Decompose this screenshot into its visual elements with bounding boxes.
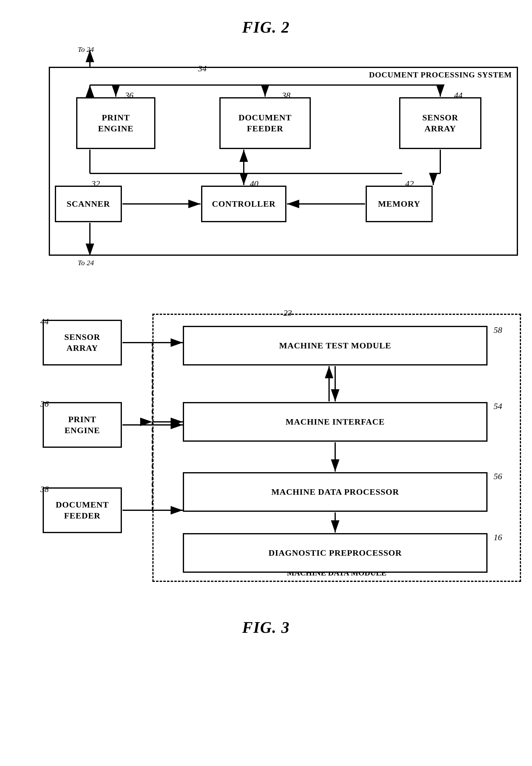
fig2-area: To 24 DOCUMENT PROCESSING SYSTEM 34 PRIN… <box>24 45 508 295</box>
ref-42: 42 <box>405 179 414 189</box>
sensor-array-3-label: SENSORARRAY <box>64 331 100 354</box>
controller-box: CONTROLLER <box>201 186 286 222</box>
machine-data-processor-text: MACHINE DATA PROCESSOR <box>271 487 399 498</box>
ref3-16: 16 <box>494 533 502 542</box>
sensor-array-box: SENSORARRAY <box>399 97 481 149</box>
machine-interface-box: MACHINE INTERFACE <box>183 402 488 442</box>
to24-bottom-label: To 24 <box>78 259 94 267</box>
ref3-44: 44 <box>40 317 49 326</box>
ref3-38: 38 <box>40 484 49 494</box>
ref-36: 36 <box>125 90 133 100</box>
machine-interface-text: MACHINE INTERFACE <box>286 417 385 427</box>
diagnostic-preprocessor-text: DIAGNOSTIC PREPROCESSOR <box>268 548 402 559</box>
document-feeder-3-label: DOCUMENTFEEDER <box>56 499 109 522</box>
machine-test-module-box: MACHINE TEST MODULE <box>183 326 488 365</box>
system-label: DOCUMENT PROCESSING SYSTEM <box>369 70 512 80</box>
ref-32: 32 <box>91 179 100 189</box>
print-engine-3-label: PRINTENGINE <box>65 414 100 436</box>
scanner-label: SCANNER <box>67 198 110 209</box>
print-engine-box: PRINTENGINE <box>76 97 155 149</box>
sensor-array-label: SENSORARRAY <box>422 112 458 134</box>
memory-label: MEMORY <box>378 198 420 209</box>
ref-34: 34 <box>198 64 207 73</box>
fig2-title: FIG. 2 <box>24 18 508 36</box>
ref-38: 38 <box>282 90 290 100</box>
sensor-array-3-box: SENSORARRAY <box>43 320 122 365</box>
fig3-title: FIG. 3 <box>24 619 508 637</box>
ref3-54: 54 <box>494 402 502 411</box>
ref3-58: 58 <box>494 325 502 335</box>
page: FIG. 2 To 24 DOCUMENT PROCESSING SYSTEM … <box>0 0 532 766</box>
document-feeder-label: DOCUMENTFEEDER <box>239 112 292 134</box>
ref3-36: 36 <box>40 399 49 409</box>
controller-label: CONTROLLER <box>212 198 275 209</box>
machine-data-processor-box: MACHINE DATA PROCESSOR <box>183 472 488 512</box>
machine-test-module-text: MACHINE TEST MODULE <box>279 340 391 351</box>
diagnostic-preprocessor-box: DIAGNOSTIC PREPROCESSOR <box>183 533 488 573</box>
ref3-23: 23 <box>283 308 292 318</box>
fig3-area: SENSORARRAY 44 PRINTENGINE 36 DOCUMENTFE… <box>24 314 508 606</box>
memory-box: MEMORY <box>366 186 433 222</box>
print-engine-3-box: PRINTENGINE <box>43 402 122 448</box>
document-feeder-box: DOCUMENTFEEDER <box>219 97 311 149</box>
print-engine-label: PRINTENGINE <box>98 112 133 134</box>
document-feeder-3-box: DOCUMENTFEEDER <box>43 488 122 533</box>
ref-44: 44 <box>454 90 463 100</box>
scanner-box: SCANNER <box>55 186 122 222</box>
ref3-56: 56 <box>494 472 502 481</box>
ref-40: 40 <box>250 179 258 189</box>
to24-top-label: To 24 <box>78 45 94 54</box>
